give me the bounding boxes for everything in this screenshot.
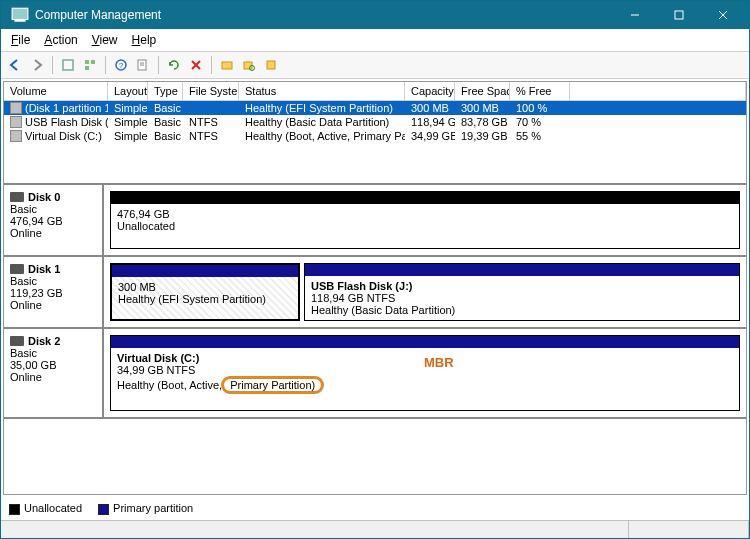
cell: Simple [108,101,148,115]
col-status[interactable]: Status [239,82,405,100]
partition-virtual-disk[interactable]: Virtual Disk (C:) 34,99 GB NTFS Healthy … [110,335,740,411]
partition-efi[interactable]: 300 MB Healthy (EFI System Partition) [110,263,300,321]
disk-size: 476,94 GB [10,215,96,227]
window-title: Computer Management [35,8,613,22]
cell: 300 MB [455,101,510,115]
menu-help[interactable]: Help [126,31,163,49]
col-spacer [570,82,746,100]
col-capacity[interactable]: Capacity [405,82,455,100]
svg-rect-1 [14,20,25,22]
volume-row[interactable]: (Disk 1 partition 1) Simple Basic Health… [4,101,746,115]
swatch-primary [98,504,109,515]
svg-rect-9 [85,66,89,70]
more-icon[interactable] [261,55,281,75]
disk-row: Disk 2 Basic 35,00 GB Online Virtual Dis… [4,329,746,419]
cell: Healthy (Basic Data Partition) [239,115,405,129]
legend-primary: Primary partition [98,502,193,515]
cell: NTFS [183,115,239,129]
disk-size: 35,00 GB [10,359,96,371]
col-volume[interactable]: Volume [4,82,108,100]
close-button[interactable] [701,1,745,29]
volume-header[interactable]: Volume Layout Type File System Status Ca… [4,82,746,101]
properties-icon[interactable] [133,55,153,75]
disk-info[interactable]: Disk 1 Basic 119,23 GB Online [4,257,104,327]
disk-state: Online [10,299,96,311]
title-bar: Computer Management [1,1,749,29]
volume-row[interactable]: Virtual Disk (C:) Simple Basic NTFS Heal… [4,129,746,143]
status-text-a: Healthy (Boot, Active, [117,379,225,391]
cell: 300 MB [405,101,455,115]
disk-row: Disk 0 Basic 476,94 GB Online 476,94 GB … [4,185,746,257]
cell: Basic [148,101,183,115]
svg-rect-8 [91,60,95,64]
toolbar-sep [52,56,53,74]
cell: 34,99 GB [405,129,455,143]
menu-bar: File Action View Help [1,29,749,52]
partition-status: Healthy (Basic Data Partition) [311,304,733,316]
menu-view[interactable]: View [86,31,124,49]
cell: 70 % [510,115,570,129]
svg-rect-3 [675,11,683,19]
disk-type: Basic [10,347,96,359]
volume-name: (Disk 1 partition 1) [25,102,108,114]
svg-rect-0 [12,8,28,19]
volume-icon [10,116,22,128]
rescan-icon[interactable] [58,55,78,75]
status-bar [1,520,749,538]
cell: NTFS [183,129,239,143]
disk-icon [10,336,24,346]
disk-state: Online [10,227,96,239]
disk-icon [10,192,24,202]
refresh-icon[interactable] [164,55,184,75]
volume-name: Virtual Disk (C:) [25,130,102,142]
col-pfree[interactable]: % Free [510,82,570,100]
partition-size: 476,94 GB [117,208,733,220]
cell: 83,78 GB [455,115,510,129]
swatch-unallocated [9,504,20,515]
partition-color-bar [111,192,739,204]
minimize-button[interactable] [613,1,657,29]
disk-graphical-view: Disk 0 Basic 476,94 GB Online 476,94 GB … [4,183,746,479]
maximize-button[interactable] [657,1,701,29]
svg-rect-20 [267,61,275,69]
disk-name: Disk 2 [28,335,60,347]
partition-usb[interactable]: USB Flash Disk (J:) 118,94 GB NTFS Healt… [304,263,740,321]
menu-action[interactable]: Action [38,31,83,49]
col-layout[interactable]: Layout [108,82,148,100]
partition-status: Healthy (Boot, Active, Primary Partition… [117,376,733,394]
col-fs[interactable]: File System [183,82,239,100]
legend-unallocated: Unallocated [9,502,82,515]
volume-list[interactable]: Volume Layout Type File System Status Ca… [4,82,746,183]
disk-type: Basic [10,203,96,215]
cell: 100 % [510,101,570,115]
forward-button[interactable] [27,55,47,75]
back-button[interactable] [5,55,25,75]
app-icon [11,6,29,24]
action-icon[interactable] [217,55,237,75]
help-icon[interactable]: ? [111,55,131,75]
cell: 118,94 GB [405,115,455,129]
console-tree-icon[interactable] [80,55,100,75]
annotation-circle: Primary Partition) [221,376,324,394]
menu-file[interactable]: File [5,31,36,49]
cell: 19,39 GB [455,129,510,143]
disk-info[interactable]: Disk 0 Basic 476,94 GB Online [4,185,104,255]
cell: Basic [148,115,183,129]
svg-rect-17 [222,62,232,69]
annotation-mbr: MBR [424,355,454,370]
cell: Healthy (EFI System Partition) [239,101,405,115]
lookup-icon[interactable] [239,55,259,75]
partition-size: 300 MB [118,281,292,293]
svg-rect-7 [85,60,89,64]
volume-row[interactable]: USB Flash Disk (J:) Simple Basic NTFS He… [4,115,746,129]
partition-color-bar [305,264,739,276]
partition-color-bar [112,265,298,277]
delete-icon[interactable] [186,55,206,75]
disk-info[interactable]: Disk 2 Basic 35,00 GB Online [4,329,104,417]
disk-row: Disk 1 Basic 119,23 GB Online 300 MB Hea… [4,257,746,329]
partition-unallocated[interactable]: 476,94 GB Unallocated [110,191,740,249]
col-type[interactable]: Type [148,82,183,100]
svg-text:?: ? [119,61,124,70]
cell: Healthy (Boot, Active, Primary Partition… [239,129,405,143]
col-free[interactable]: Free Space [455,82,510,100]
